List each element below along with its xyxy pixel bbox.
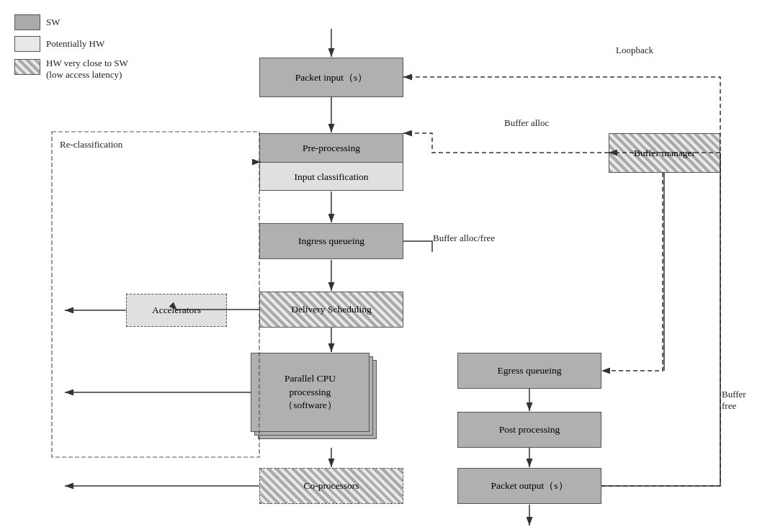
preprocessing-classification-block: Pre-processing Input classification xyxy=(259,133,403,191)
legend-hw-label: Potentially HW xyxy=(46,38,104,50)
buffer-manager-label: Buffer manager xyxy=(634,147,695,160)
delivery-scheduling-label: Delivery Scheduling xyxy=(291,303,371,316)
coprocessors-label: Co-processors xyxy=(303,479,359,492)
legend-hwsw-box xyxy=(14,59,40,75)
cpu-main: Parallel CPU processing （software） xyxy=(251,353,370,432)
legend-sw-box xyxy=(14,14,40,30)
legend-hwsw-label: HW very close to SW (low access latency) xyxy=(46,58,128,81)
legend-sw: SW xyxy=(14,14,128,30)
legend: SW Potentially HW HW very close to SW (l… xyxy=(14,14,128,81)
packet-output-label: Packet output（s） xyxy=(491,479,568,492)
accelerators-block: Accelerators xyxy=(126,294,227,327)
buffer-alloc-free-label: Buffer alloc/free xyxy=(433,233,495,244)
packet-output-block: Packet output（s） xyxy=(457,468,601,504)
packet-input-block: Packet input（s） xyxy=(259,58,403,97)
egress-queueing-label: Egress queueing xyxy=(498,364,562,377)
input-classification-bottom: Input classification xyxy=(260,163,403,191)
legend-hw: Potentially HW xyxy=(14,36,128,52)
loopback-label: Loopback xyxy=(616,45,653,56)
diagram-container: SW Potentially HW HW very close to SW (l… xyxy=(0,0,770,532)
post-processing-block: Post processing xyxy=(457,412,601,448)
packet-input-label: Packet input（s） xyxy=(295,71,367,84)
ingress-queueing-label: Ingress queueing xyxy=(298,235,364,248)
cpu-label: Parallel CPU processing （software） xyxy=(283,372,336,413)
buffer-free-label: Buffer free xyxy=(722,389,746,412)
buffer-alloc-label: Buffer alloc xyxy=(504,117,549,129)
cpu-stack: Parallel CPU processing （software） xyxy=(251,353,384,446)
coprocessors-block: Co-processors xyxy=(259,468,403,504)
preprocessing-top: Pre-processing xyxy=(260,134,403,163)
reclassification-label: Re-classification xyxy=(60,139,122,150)
buffer-manager-block: Buffer manager xyxy=(609,133,720,173)
accelerators-label: Accelerators xyxy=(152,304,201,317)
egress-queueing-block: Egress queueing xyxy=(457,353,601,389)
legend-sw-label: SW xyxy=(46,17,61,28)
post-processing-label: Post processing xyxy=(499,423,560,436)
preprocessing-label: Pre-processing xyxy=(303,143,360,154)
legend-hw-box xyxy=(14,36,40,52)
ingress-queueing-block: Ingress queueing xyxy=(259,223,403,259)
legend-hwsw: HW very close to SW (low access latency) xyxy=(14,58,128,81)
delivery-scheduling-block: Delivery Scheduling xyxy=(259,292,403,328)
input-classification-label: Input classification xyxy=(294,171,368,183)
